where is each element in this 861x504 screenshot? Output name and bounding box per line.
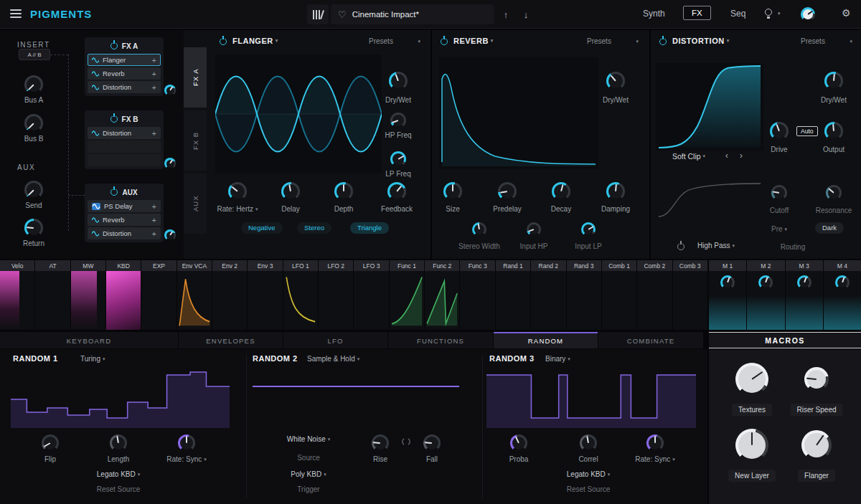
random3-reset-source-dropdown[interactable]: Legato KBD ▾ — [567, 470, 610, 478]
previous-mode-button[interactable]: ‹ — [725, 150, 728, 161]
fx-a-mix-knob[interactable] — [164, 85, 176, 96]
mod-tile-comb-3[interactable]: Comb 3 — [673, 260, 707, 330]
flanger-stereo-button[interactable]: Stereo — [297, 222, 331, 234]
flanger-depth-knob[interactable] — [334, 182, 353, 201]
bottom-tab-functions[interactable]: FUNCTIONS — [388, 332, 493, 348]
macro-mini-knob[interactable] — [835, 275, 850, 290]
mod-tile-lfo-1[interactable]: LFO 1 — [283, 260, 318, 330]
mod-tile-rand-3[interactable]: Rand 3 — [567, 260, 601, 330]
macro-knob-riser-speed[interactable] — [804, 367, 829, 391]
power-icon[interactable] — [110, 42, 118, 49]
add-fx-button[interactable]: + — [152, 202, 156, 211]
distortion-output-knob[interactable] — [824, 122, 843, 141]
mod-tile-func-2[interactable]: Func 2 — [425, 260, 459, 330]
mod-tile-at[interactable]: AT — [35, 260, 70, 330]
mod-tile-env-vca[interactable]: Env VCA — [177, 260, 212, 330]
random1-rate-knob[interactable] — [178, 434, 195, 452]
flanger-delay-knob[interactable] — [281, 182, 300, 201]
fx-slot-empty[interactable] — [88, 141, 161, 153]
tab-synth[interactable]: Synth — [643, 9, 665, 19]
macro-knob-new-layer[interactable] — [735, 429, 768, 462]
chevron-down-icon[interactable]: ▾ — [778, 11, 781, 16]
bottom-tab-keyboard[interactable]: KEYBOARD — [0, 332, 178, 348]
random2-rise-knob[interactable] — [372, 434, 389, 452]
reverb-input-lp-knob[interactable] — [581, 222, 596, 237]
distortion-resonance-knob[interactable] — [826, 185, 842, 201]
flanger-lp-freq-knob[interactable] — [390, 151, 406, 167]
reverb-damping-knob[interactable] — [606, 182, 625, 201]
add-fx-button[interactable]: + — [152, 129, 156, 138]
return-knob[interactable] — [24, 219, 43, 237]
bus-a-knob[interactable] — [24, 75, 43, 94]
tab-fx[interactable]: FX — [683, 6, 711, 20]
add-fx-button[interactable]: + — [152, 229, 156, 238]
master-volume-knob[interactable] — [801, 7, 815, 22]
fx-slot-distortion[interactable]: Distortion+ — [88, 81, 161, 93]
macro-mini-knob[interactable] — [720, 275, 735, 290]
distortion-drive-knob[interactable] — [770, 122, 789, 141]
add-fx-button[interactable]: + — [152, 83, 156, 92]
reverb-input-hp-knob[interactable] — [527, 222, 541, 237]
random1-reset-source-dropdown[interactable]: Legato KBD ▾ — [97, 470, 140, 478]
macro-mini-knob[interactable] — [758, 275, 773, 290]
fx-slot-reverb[interactable]: Reverb+ — [88, 67, 161, 80]
random2-trigger-dropdown[interactable]: Poly KBD ▾ — [291, 470, 326, 478]
reverb-type-dropdown[interactable]: REVERB ▾ — [453, 37, 494, 45]
random2-mode-dropdown[interactable]: Sample & Hold ▾ — [307, 355, 359, 363]
heart-icon[interactable]: ♡ — [338, 10, 347, 19]
preset-library-button[interactable] — [307, 4, 329, 24]
filter-power-icon[interactable] — [677, 243, 684, 250]
macro-mini-knob[interactable] — [797, 275, 811, 290]
flanger-hp-freq-knob[interactable] — [390, 113, 406, 128]
power-icon[interactable] — [110, 189, 118, 196]
random3-rate-knob[interactable] — [646, 434, 664, 452]
flanger-drywet-knob[interactable] — [389, 72, 408, 90]
mod-tile-comb-2[interactable]: Comb 2 — [637, 260, 672, 330]
mod-tile-exp[interactable]: EXP — [141, 260, 176, 330]
curve-shape-icon[interactable] — [401, 438, 411, 447]
random3-correl-knob[interactable] — [580, 434, 597, 452]
fx-slot-ps-delay[interactable]: PS Delay+ — [88, 200, 161, 212]
dark-mode-button[interactable]: Dark — [815, 222, 844, 234]
mod-tile-rand-1[interactable]: Rand 1 — [496, 260, 530, 330]
add-fx-button[interactable]: + — [152, 216, 156, 224]
next-preset-button[interactable]: ↓ — [517, 4, 535, 24]
fx-tab-aux[interactable]: AUX — [184, 173, 207, 234]
mod-tile-env-2[interactable]: Env 2 — [212, 260, 247, 330]
add-fx-button[interactable]: + — [152, 70, 156, 78]
distortion-presets-dropdown[interactable]: Presets ▾ — [801, 37, 852, 45]
fx-tab-a[interactable]: FX A — [184, 47, 207, 108]
distortion-drywet-knob[interactable] — [824, 72, 843, 90]
next-mode-button[interactable]: › — [740, 150, 743, 161]
reverb-predelay-knob[interactable] — [498, 182, 517, 201]
mod-tile-velo[interactable]: Velo — [0, 260, 34, 330]
flanger-feedback-knob[interactable] — [387, 182, 406, 201]
random2-fall-knob[interactable] — [423, 434, 441, 452]
mod-tile-m-2[interactable]: M 2 — [747, 260, 784, 330]
flanger-type-dropdown[interactable]: FLANGER ▾ — [232, 37, 278, 45]
add-fx-button[interactable]: + — [152, 56, 156, 65]
previous-preset-button[interactable]: ↑ — [497, 4, 515, 24]
mod-tile-comb-1[interactable]: Comb 1 — [602, 260, 636, 330]
auto-gain-badge[interactable]: Auto — [796, 126, 818, 136]
bus-b-knob[interactable] — [24, 114, 43, 133]
ab-routing-button[interactable]: A // B — [19, 49, 50, 60]
random3-rate-dropdown[interactable]: Rate: Sync ▾ — [635, 455, 674, 463]
bottom-tab-random[interactable]: RANDOM — [494, 332, 598, 348]
mod-tile-m-4[interactable]: M 4 — [824, 260, 861, 330]
random1-mode-dropdown[interactable]: Turing ▾ — [80, 355, 105, 363]
distortion-cutoff-knob[interactable] — [771, 185, 787, 201]
preset-display[interactable]: ♡ Cinematic Impact* — [331, 4, 494, 24]
distortion-mode-dropdown[interactable]: Soft Clip ▾ — [672, 152, 705, 161]
filter-mode-dropdown[interactable]: High Pass ▾ — [697, 242, 735, 249]
flanger-presets-dropdown[interactable]: Presets ▾ — [369, 37, 420, 45]
mod-tile-rand-2[interactable]: Rand 2 — [531, 260, 565, 330]
reverb-presets-dropdown[interactable]: Presets ▾ — [587, 37, 639, 45]
distortion-power-button[interactable] — [659, 38, 667, 45]
fx-b-mix-knob[interactable] — [164, 158, 176, 169]
flanger-power-button[interactable] — [220, 38, 227, 45]
fx-slot-reverb[interactable]: Reverb+ — [88, 214, 161, 226]
fx-tab-b[interactable]: FX B — [184, 110, 207, 171]
power-icon[interactable] — [110, 115, 118, 123]
random3-proba-knob[interactable] — [510, 434, 527, 452]
